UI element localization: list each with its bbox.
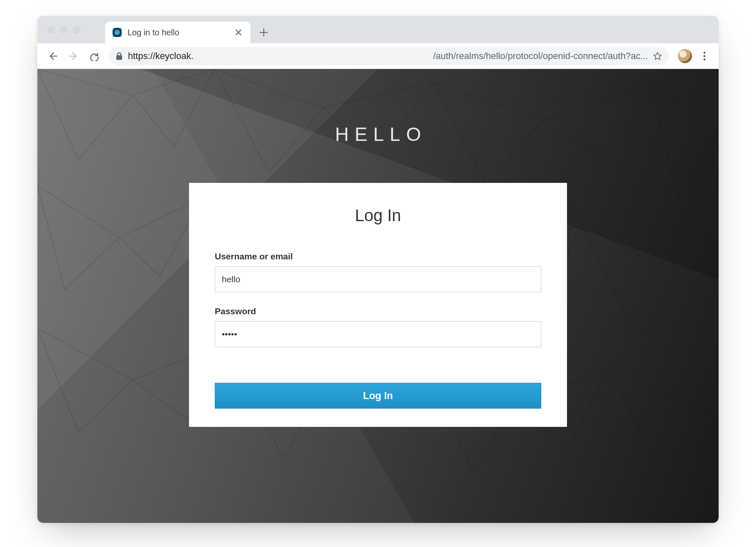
svg-rect-0 [116, 55, 122, 60]
svg-point-3 [704, 58, 706, 60]
tab-title: Log in to hello [128, 28, 227, 37]
page-viewport: HELLO Log In Username or email Password … [37, 69, 719, 523]
password-group: Password [215, 306, 541, 347]
nav-back-button[interactable] [43, 47, 62, 66]
window-controls [43, 16, 86, 43]
nav-forward-button[interactable] [64, 47, 83, 66]
lock-icon [115, 52, 123, 60]
username-input[interactable] [215, 266, 541, 292]
svg-point-1 [704, 52, 706, 54]
realm-title: HELLO [37, 69, 719, 145]
star-icon [653, 52, 662, 61]
browser-tab[interactable]: Log in to hello [105, 22, 250, 43]
profile-avatar[interactable] [678, 49, 692, 63]
window-minimize-dot[interactable] [60, 26, 67, 33]
svg-marker-24 [610, 367, 719, 484]
tab-strip: Log in to hello [37, 16, 719, 43]
tab-favicon [113, 28, 122, 37]
nav-reload-button[interactable] [85, 47, 104, 66]
svg-marker-11 [37, 186, 119, 290]
browser-menu-button[interactable] [696, 48, 713, 64]
login-button[interactable]: Log In [215, 383, 541, 409]
bookmark-button[interactable] [653, 52, 662, 61]
browser-toolbar: https://keycloak. /auth/realms/hello/pro… [37, 43, 719, 69]
window-zoom-dot[interactable] [73, 26, 80, 33]
reload-icon [89, 51, 99, 61]
browser-window: Log in to hello [37, 16, 719, 523]
svg-point-2 [704, 55, 706, 57]
svg-marker-17 [582, 224, 678, 341]
arrow-right-icon [69, 51, 79, 61]
password-label: Password [215, 306, 541, 316]
address-path: /auth/realms/hello/protocol/openid-conne… [433, 51, 648, 62]
username-label: Username or email [215, 251, 541, 261]
kebab-icon [703, 52, 706, 61]
window-close-dot[interactable] [47, 26, 54, 33]
close-icon [236, 30, 241, 35]
password-input[interactable] [215, 321, 541, 347]
new-tab-button[interactable] [255, 24, 272, 41]
address-bar[interactable]: https://keycloak. /auth/realms/hello/pro… [109, 47, 669, 65]
tab-close-button[interactable] [233, 27, 244, 38]
address-text: https://keycloak. /auth/realms/hello/pro… [128, 51, 648, 62]
login-card: Log In Username or email Password Log In [189, 183, 567, 427]
svg-marker-18 [37, 328, 133, 432]
address-host: https://keycloak. [128, 51, 194, 62]
plus-icon [260, 28, 268, 37]
arrow-left-icon [48, 51, 58, 61]
username-group: Username or email [215, 251, 541, 292]
login-header: Log In [215, 206, 541, 225]
